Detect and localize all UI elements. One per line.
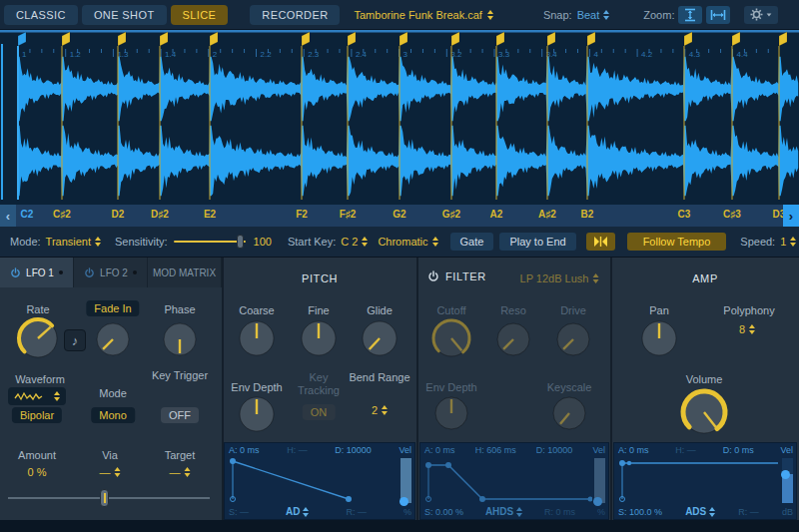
sustain-value[interactable]: S: — (229, 507, 249, 517)
pan-knob[interactable] (638, 317, 680, 363)
start-key-select[interactable]: C 2 (341, 236, 368, 248)
slice-note-label[interactable]: A♯2 (538, 209, 556, 220)
slice-marker-flag[interactable] (779, 32, 787, 46)
slice-note-label[interactable]: C♯2 (53, 209, 71, 220)
speed-select[interactable]: 1 (780, 236, 796, 248)
pitch-envelope-curve[interactable] (227, 457, 399, 505)
waveform-svg[interactable]: 11.21.31.422.22.32.433.23.33.444.24.34.4 (0, 30, 799, 205)
pitch-env-depth-knob[interactable] (236, 393, 278, 439)
flex-button[interactable] (586, 233, 615, 251)
release-value[interactable]: R: — (346, 507, 367, 517)
amount-value[interactable]: 0 % (28, 466, 47, 478)
volume-knob[interactable] (679, 387, 729, 441)
slice-marker-flag[interactable] (348, 32, 356, 46)
power-icon[interactable] (427, 270, 439, 282)
hold-value[interactable]: H: 606 ms (475, 445, 516, 455)
tab-mod-matrix[interactable]: MOD MATRIX (148, 258, 222, 287)
polyphony-select[interactable]: 8 (739, 323, 755, 335)
slice-marker-flag[interactable] (451, 32, 459, 46)
tab-recorder[interactable]: RECORDER (250, 5, 340, 25)
vel-slider-handle[interactable] (400, 497, 408, 506)
mode-select[interactable]: Transient (46, 236, 101, 248)
sensitivity-slider[interactable] (174, 235, 246, 249)
filter-vel-slider[interactable] (594, 458, 605, 503)
attack-value[interactable]: A: 0 ms (618, 445, 649, 455)
slice-marker-flag[interactable] (400, 32, 407, 46)
decay-value[interactable]: D: 10000 (536, 445, 573, 455)
slice-note-label[interactable]: E2 (204, 209, 216, 220)
slice-marker-flag[interactable] (587, 32, 595, 46)
zoom-horizontal-button[interactable] (706, 6, 730, 24)
decay-value[interactable]: D: 0 ms (723, 445, 754, 455)
zoom-scroll-strip[interactable] (0, 30, 799, 33)
slider-handle[interactable] (100, 489, 109, 507)
filter-envelope-curve[interactable] (422, 457, 592, 505)
sustain-value[interactable]: S: 0.00 % (424, 507, 463, 517)
filter-type-select[interactable]: LP 12dB Lush (520, 272, 599, 284)
lfo-fade-in-knob[interactable] (93, 319, 133, 363)
slice-marker-flag[interactable] (160, 32, 168, 46)
lfo-waveform-select[interactable] (8, 387, 66, 405)
target-select[interactable]: — (170, 466, 191, 478)
envelope-mode-select[interactable]: AD (286, 506, 309, 517)
slice-marker-flag[interactable] (547, 32, 555, 46)
tab-lfo2[interactable]: LFO 2 (74, 258, 148, 287)
slice-note-label[interactable]: B2 (581, 209, 594, 220)
slice-note-label[interactable]: C2 (21, 209, 34, 220)
lfo-rate-knob[interactable] (15, 315, 61, 365)
tab-classic[interactable]: CLASSIC (4, 5, 78, 25)
slice-note-label[interactable]: D2 (112, 209, 125, 220)
fine-knob[interactable] (298, 317, 340, 363)
decay-value[interactable]: D: 10000 (335, 445, 372, 455)
envelope-mode-select[interactable]: AHDS (485, 506, 522, 517)
slice-note-label[interactable]: G♯2 (442, 209, 460, 220)
snap-select[interactable]: Beat (577, 9, 610, 21)
scale-select[interactable]: Chromatic (378, 236, 437, 248)
slice-note-label[interactable]: G2 (393, 209, 405, 220)
slice-note-label[interactable]: A2 (490, 209, 503, 220)
scroll-right-button[interactable]: › (783, 205, 799, 227)
hold-value[interactable]: H: — (675, 445, 696, 455)
filter-env-depth-knob[interactable] (431, 393, 471, 437)
via-select[interactable]: — (100, 466, 121, 478)
waveform-display[interactable]: 11.21.31.422.22.32.433.23.33.444.24.34.4 (0, 30, 799, 205)
slice-note-label[interactable]: F2 (296, 209, 308, 220)
slice-marker-flag[interactable] (302, 32, 310, 46)
cutoff-knob[interactable] (429, 316, 473, 364)
play-to-end-button[interactable]: Play to End (499, 233, 575, 251)
envelope-mode-select[interactable]: ADS (685, 506, 715, 517)
sample-name-menu[interactable]: Tamborine Funk Break.caf (354, 9, 492, 21)
tab-one-shot[interactable]: ONE SHOT (82, 5, 167, 25)
key-tracking-toggle[interactable]: ON (303, 404, 336, 420)
slice-marker-flag[interactable] (684, 32, 692, 46)
lfo-mode-select[interactable]: Mono (91, 407, 135, 423)
fade-in-selector[interactable]: Fade In (86, 300, 139, 316)
gate-button[interactable]: Gate (450, 233, 494, 251)
slice-marker-flag[interactable] (496, 32, 504, 46)
lfo-amount-slider[interactable] (8, 489, 210, 507)
glide-knob[interactable] (359, 317, 400, 363)
slice-note-label[interactable]: D♯2 (151, 209, 169, 220)
tab-lfo1[interactable]: LFO 1 (0, 258, 74, 287)
slice-marker-flag[interactable] (732, 32, 740, 46)
rate-sync-button[interactable]: ♪ (64, 329, 86, 351)
slice-note-label[interactable]: C3 (678, 209, 691, 220)
lfo-polarity-select[interactable]: Bipolar (12, 407, 62, 423)
action-menu-button[interactable] (744, 6, 778, 24)
keyscale-knob[interactable] (549, 393, 589, 437)
lfo-phase-knob[interactable] (160, 319, 200, 363)
slice-note-label[interactable]: C♯3 (723, 209, 741, 220)
attack-value[interactable]: A: 0 ms (424, 445, 455, 455)
drive-knob[interactable] (553, 319, 593, 363)
hold-value[interactable]: H: — (287, 445, 308, 455)
release-value[interactable]: R: 0 ms (544, 507, 575, 517)
zoom-vertical-button[interactable] (678, 6, 702, 24)
reso-knob[interactable] (493, 319, 533, 363)
follow-tempo-button[interactable]: Follow Tempo (627, 233, 727, 251)
sustain-value[interactable]: S: 100.0 % (618, 507, 662, 517)
slice-marker-flag[interactable] (210, 32, 218, 46)
amp-envelope-curve[interactable] (616, 457, 780, 505)
vel-slider-handle[interactable] (781, 470, 790, 479)
scroll-left-button[interactable]: ‹ (0, 205, 16, 227)
slice-marker-flag[interactable] (18, 32, 26, 46)
